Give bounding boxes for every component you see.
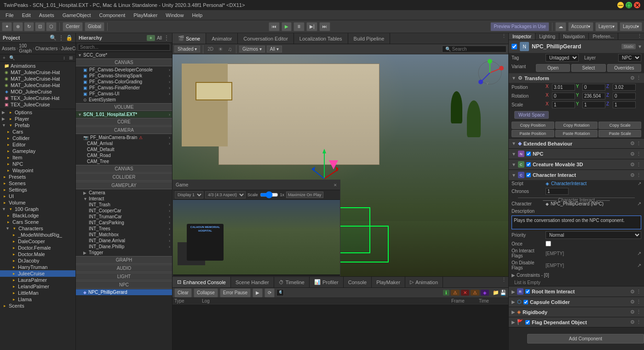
hierarchy-add-button[interactable]: + xyxy=(147,35,155,41)
creature-checkbox[interactable] xyxy=(526,162,531,167)
tree-ui[interactable]: ▸ UI xyxy=(0,193,75,199)
h-npc-phillip[interactable]: ◆ NPC_PhillipGerard xyxy=(76,289,172,295)
tree-juleecruise[interactable]: ▸ JuleeCruise xyxy=(0,270,75,277)
project-menu-icon[interactable]: ⋮ xyxy=(58,35,64,41)
maximize-button[interactable]: □ xyxy=(626,2,632,8)
paste-scale-button[interactable]: Paste Scale xyxy=(598,130,641,137)
once-checkbox[interactable] xyxy=(546,241,551,246)
copy-scale-button[interactable]: Copy Scale xyxy=(598,122,641,129)
h-int-diane-arrival[interactable]: INT_Diane.Arrival › xyxy=(76,238,172,244)
tree-waypoint[interactable]: ▸ Waypoint xyxy=(0,167,75,174)
h-interact[interactable]: ▼ Interact xyxy=(76,196,172,202)
h-int-coopercar[interactable]: INT_CooperCar › xyxy=(76,208,172,214)
tool-rotate[interactable]: ↻ xyxy=(24,22,34,31)
console-tabs-menu[interactable]: ⋮ xyxy=(500,277,508,287)
tree-player[interactable]: ▶ ▸ Player xyxy=(0,116,75,122)
description-text[interactable]: Plays the conversation stored on the NPC… xyxy=(512,216,641,229)
cloud-button[interactable]: ☁ xyxy=(555,22,566,31)
h-int-matchbox[interactable]: INT_Matchbox › xyxy=(76,232,172,238)
h-scc-core[interactable]: ▼ SCC_Core* xyxy=(76,52,172,58)
tab-build[interactable]: Build Pipeline xyxy=(348,33,391,44)
account-button[interactable]: Account ▾ xyxy=(568,22,593,31)
tree-100graph[interactable]: ▼ ▾ 100 Graph xyxy=(0,206,75,212)
tree-blacklodge[interactable]: ▸ BlackLodge xyxy=(0,212,75,219)
char-arrow[interactable]: ▼ xyxy=(512,173,516,178)
tool-move[interactable]: ⊕ xyxy=(13,22,23,31)
rigidbody-arrow[interactable]: ▶ xyxy=(512,309,515,315)
constraints-arrow[interactable]: ▶ xyxy=(512,273,515,278)
h-int-trumancar[interactable]: INT_TrumanCar › xyxy=(76,214,172,220)
h-maincam[interactable]: 📷 PF_MainCamera-Brain ⚠ › xyxy=(76,134,172,140)
console-play-button[interactable]: ▶ xyxy=(253,288,263,298)
shaded-dropdown[interactable]: Shaded ▾ xyxy=(174,46,200,52)
tab-timeline[interactable]: ⏱ Timeline xyxy=(274,277,310,287)
static-dropdown-icon[interactable]: ▾ xyxy=(638,43,641,50)
tree-doctormale[interactable]: ▸ Doctor.Male xyxy=(0,251,75,257)
flag-checkbox[interactable] xyxy=(525,320,530,325)
tree-carsscene[interactable]: ▸ Cars Scene xyxy=(0,219,75,225)
tree-prefab[interactable]: ▼ ▾ Prefab xyxy=(0,122,75,128)
search-icon[interactable]: 🔍 xyxy=(7,55,17,60)
npc-comp-more[interactable]: ⋮ xyxy=(636,151,641,157)
console-save-icon[interactable]: 💾 xyxy=(500,290,506,296)
menu-assets[interactable]: Assets xyxy=(35,12,58,19)
center-button[interactable]: Center xyxy=(63,22,83,31)
capsule-checkbox[interactable] xyxy=(523,300,528,304)
paste-rotation-button[interactable]: Paste Rotation xyxy=(555,130,598,137)
asset-tex[interactable]: ▣ TEX_JuleeCruise xyxy=(2,101,74,108)
overrides-button[interactable]: Overrides xyxy=(607,64,641,72)
scale-z-input[interactable] xyxy=(613,101,636,108)
tree-npc[interactable]: ▸ NPC xyxy=(0,161,75,167)
select-button[interactable]: Select xyxy=(571,64,605,72)
forward-button[interactable]: ⏭ xyxy=(319,22,330,31)
tree-harrytruman[interactable]: ▸ HarryTruman xyxy=(0,264,75,270)
h-cam-tree[interactable]: CAM_Tree xyxy=(76,158,172,164)
scene-tabs-menu[interactable]: ⋮ xyxy=(500,33,508,44)
tree-item[interactable]: ▸ Item xyxy=(0,154,75,161)
tree-drjacoby[interactable]: ▸ DrJacoby xyxy=(0,257,75,264)
layout-button[interactable]: Layout ▾ xyxy=(620,22,642,31)
global-button[interactable]: Global xyxy=(85,22,104,31)
minimize-button[interactable]: ─ xyxy=(617,2,624,8)
game-close-icon[interactable]: ✕ xyxy=(334,183,337,187)
script-value[interactable]: CharacterInteract xyxy=(551,181,586,186)
h-pf-shining[interactable]: ▣ PF_Canvas-ShiningSpark › xyxy=(76,73,172,79)
asset-mat-hat3[interactable]: ◉ MAT_JuleeCruise-Hat xyxy=(2,82,74,88)
h-cam-arrival[interactable]: CAM_Arrival › xyxy=(76,140,172,146)
inspector-menu-icon[interactable]: ⋮ xyxy=(635,33,644,40)
close-button[interactable]: ✕ xyxy=(634,2,640,8)
tab-animation[interactable]: ▷ Animation xyxy=(405,277,443,287)
h-cam-default[interactable]: CAM_Default xyxy=(76,146,172,152)
h-hospital-scene[interactable]: ▼ SCN_1.01_Hospital.EXT* › xyxy=(76,111,172,117)
char-search-icon[interactable]: ↗ xyxy=(637,201,641,207)
menu-gameobject[interactable]: GameObject xyxy=(59,12,95,19)
tree-laurapalmer[interactable]: ▸ LauraPalmer xyxy=(0,277,75,283)
tree-scenes[interactable]: ▸ Scenes xyxy=(0,180,75,187)
tree-characters[interactable]: ▼ ▾ Characters xyxy=(0,225,75,232)
tree-volume[interactable]: ▸ Volume xyxy=(0,199,75,206)
capsule-more[interactable]: ⋮ xyxy=(636,299,641,304)
copy-rotation-button[interactable]: Copy Rotation xyxy=(555,122,598,129)
npc-comp-arrow[interactable]: ▼ xyxy=(512,152,516,157)
console-refresh-button[interactable]: ⟳ xyxy=(264,288,275,298)
tab-enhanced-console[interactable]: ⊡ Enhanced Console xyxy=(172,277,231,287)
tab-preferen[interactable]: Preferen... xyxy=(589,33,618,40)
tree-dalecooper[interactable]: ▸ DaleCooper xyxy=(0,238,75,245)
tree-lelandpalmer[interactable]: ▸ LelandPalmer xyxy=(0,283,75,290)
play-button[interactable]: ▶ xyxy=(282,22,292,31)
tab-animator[interactable]: Animator xyxy=(206,33,238,44)
script-link-icon[interactable]: ↗ xyxy=(638,181,641,186)
menu-edit[interactable]: Edit xyxy=(18,12,34,19)
tab-scene[interactable]: 🎬 Scene xyxy=(172,33,206,44)
2d-button[interactable]: 2D xyxy=(206,47,215,52)
tree-doctorfemale[interactable]: ▸ Doctor.Female xyxy=(0,245,75,251)
tab-profiler[interactable]: 📊 Profiler xyxy=(310,277,344,287)
tab-lighting[interactable]: Lighting xyxy=(535,33,559,40)
tool-scale[interactable]: ⊡ xyxy=(35,22,45,31)
add-component-button[interactable]: Add Component xyxy=(527,334,644,344)
copy-position-button[interactable]: Copy Position xyxy=(512,122,554,129)
h-pf-finalrender[interactable]: ▣ PF_Canvas-FinalRender › xyxy=(76,85,172,91)
tool-rect[interactable]: ⬡ xyxy=(46,22,57,31)
layers-button[interactable]: Layers ▾ xyxy=(595,22,618,31)
transform-settings-icon[interactable]: ⚙ xyxy=(630,75,635,81)
